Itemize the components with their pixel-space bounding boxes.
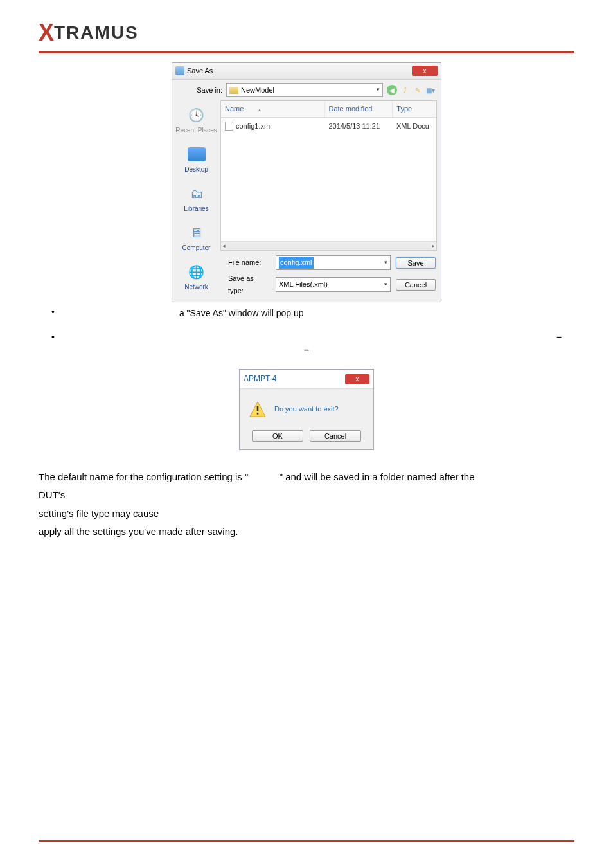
file-list: Name ▴ Date modified Type config1.xml <box>220 100 437 251</box>
save-as-type-dropdown[interactable]: XML Files(.xml) ▾ <box>276 277 391 292</box>
save-as-type-value: XML Files(.xml) <box>279 278 328 291</box>
file-row[interactable]: config1.xml 2014/5/13 11:21 XML Docu <box>221 118 436 135</box>
logo-text: TRAMUS <box>54 23 139 43</box>
svg-rect-1 <box>257 406 259 411</box>
warning-icon <box>249 401 267 419</box>
chevron-down-icon[interactable]: ▾ <box>384 258 387 267</box>
exit-dialog-message: Do you want to exit? <box>274 403 339 415</box>
computer-icon: 🖥 <box>187 224 206 241</box>
chevron-down-icon: ▾ <box>377 85 380 95</box>
sidebar-computer[interactable]: 🖥 Computer <box>172 221 220 260</box>
save-as-title-text: Save As <box>187 65 213 77</box>
para-line1a: The default name for the configuration s… <box>39 471 251 482</box>
file-date: 2014/5/13 11:21 <box>325 118 393 134</box>
sidebar-network-label: Network <box>173 282 219 293</box>
new-folder-icon[interactable]: ✎ <box>413 85 423 95</box>
dash-right: – <box>556 330 562 345</box>
save-as-type-label: Save as type: <box>226 273 271 296</box>
footer-divider <box>39 840 574 842</box>
horizontal-scrollbar[interactable]: ◂ ▸ <box>221 241 436 250</box>
nav-toolbar: ◀ ⤴ ✎ ▦▾ <box>387 85 436 95</box>
desktop-icon <box>187 146 206 163</box>
filename-label: File name: <box>226 257 271 269</box>
cancel-button[interactable]: Cancel <box>396 279 436 291</box>
save-as-titlebar: Save As x <box>172 63 441 80</box>
libraries-icon: 🗂 <box>187 185 206 202</box>
bullet-save-as: • a "Save As" window will pop up <box>51 306 574 320</box>
sidebar-recent-label: Recent Places <box>173 125 219 136</box>
file-list-rows: config1.xml 2014/5/13 11:21 XML Docu <box>221 118 436 241</box>
network-icon: 🌐 <box>187 264 206 280</box>
save-in-row: Save in: NewModel ▾ ◀ ⤴ ✎ ▦▾ <box>172 80 441 101</box>
save-in-dropdown[interactable]: NewModel ▾ <box>226 83 383 98</box>
save-as-dialog: Save As x Save in: NewModel ▾ ◀ ⤴ ✎ ▦▾ <box>172 62 441 302</box>
bullet-save-as-text: a "Save As" window will pop up <box>179 306 304 320</box>
places-sidebar: 🕓 Recent Places Desktop 🗂 Libraries 🖥 Co… <box>172 100 220 302</box>
bullet-icon: • <box>51 331 55 344</box>
page-content: Save As x Save in: NewModel ▾ ◀ ⤴ ✎ ▦▾ <box>39 62 574 541</box>
column-name-label: Name <box>225 105 244 113</box>
sidebar-libraries[interactable]: 🗂 Libraries <box>172 181 220 221</box>
brand-logo: X TRAMUS <box>39 19 574 46</box>
exit-dialog-titlebar: APMPT-4 x <box>240 370 373 388</box>
view-menu-icon[interactable]: ▦▾ <box>425 85 436 95</box>
scroll-left-icon[interactable]: ◂ <box>222 241 226 251</box>
xml-file-icon <box>225 122 233 131</box>
save-as-bottom: File name: config.xml ▾ Save Save as typ… <box>220 251 441 302</box>
recent-places-icon: 🕓 <box>187 107 206 123</box>
close-icon: x <box>423 66 427 77</box>
body-paragraph: The default name for the configuration s… <box>39 468 574 541</box>
nav-back-icon[interactable]: ◀ <box>387 85 397 95</box>
bullet-icon: • <box>51 306 55 319</box>
save-in-label: Save in: <box>177 84 222 96</box>
filename-value: config.xml <box>279 257 314 269</box>
close-button[interactable]: x <box>412 66 438 76</box>
header-divider <box>39 51 574 53</box>
exit-confirm-dialog: APMPT-4 x Do you want to exit? OK Cancel <box>239 369 374 449</box>
close-icon: x <box>356 374 359 384</box>
cancel-button[interactable]: Cancel <box>310 430 361 442</box>
filename-input[interactable]: config.xml ▾ <box>276 255 391 270</box>
column-type[interactable]: Type <box>393 101 436 117</box>
para-line4: apply all the settings you've made after… <box>39 526 238 537</box>
save-as-title-icon <box>175 66 184 75</box>
ok-button[interactable]: OK <box>252 430 303 442</box>
sort-indicator-icon: ▴ <box>258 107 261 113</box>
minus-center: – <box>304 345 309 355</box>
column-name[interactable]: Name ▴ <box>221 101 325 117</box>
sidebar-desktop-label: Desktop <box>173 164 219 175</box>
exit-dialog-title: APMPT-4 <box>244 372 276 385</box>
svg-rect-2 <box>257 413 259 415</box>
file-name: config1.xml <box>236 120 272 132</box>
sidebar-desktop[interactable]: Desktop <box>172 142 220 181</box>
nav-up-icon[interactable]: ⤴ <box>400 85 410 95</box>
exit-dialog-body: Do you want to exit? <box>240 389 373 430</box>
close-button[interactable]: x <box>345 374 369 384</box>
sidebar-recent-places[interactable]: 🕓 Recent Places <box>172 103 220 142</box>
file-list-header: Name ▴ Date modified Type <box>221 101 436 118</box>
exit-dialog-buttons: OK Cancel <box>240 430 373 449</box>
folder-icon <box>229 87 238 94</box>
para-line1b: " and will be saved in a folder named af… <box>280 471 475 482</box>
save-in-folder-name: NewModel <box>241 84 274 96</box>
scroll-right-icon[interactable]: ▸ <box>432 241 435 251</box>
sidebar-libraries-label: Libraries <box>173 203 219 214</box>
save-button[interactable]: Save <box>396 257 436 269</box>
para-line2: DUT's <box>39 489 65 500</box>
sidebar-network[interactable]: 🌐 Network <box>172 260 220 299</box>
scroll-track[interactable] <box>227 243 431 249</box>
para-line3: setting's file type may cause <box>39 508 159 519</box>
sidebar-computer-label: Computer <box>173 242 219 253</box>
column-date[interactable]: Date modified <box>325 101 393 117</box>
file-type: XML Docu <box>393 118 436 134</box>
chevron-down-icon[interactable]: ▾ <box>384 280 387 289</box>
logo-x: X <box>39 19 54 46</box>
